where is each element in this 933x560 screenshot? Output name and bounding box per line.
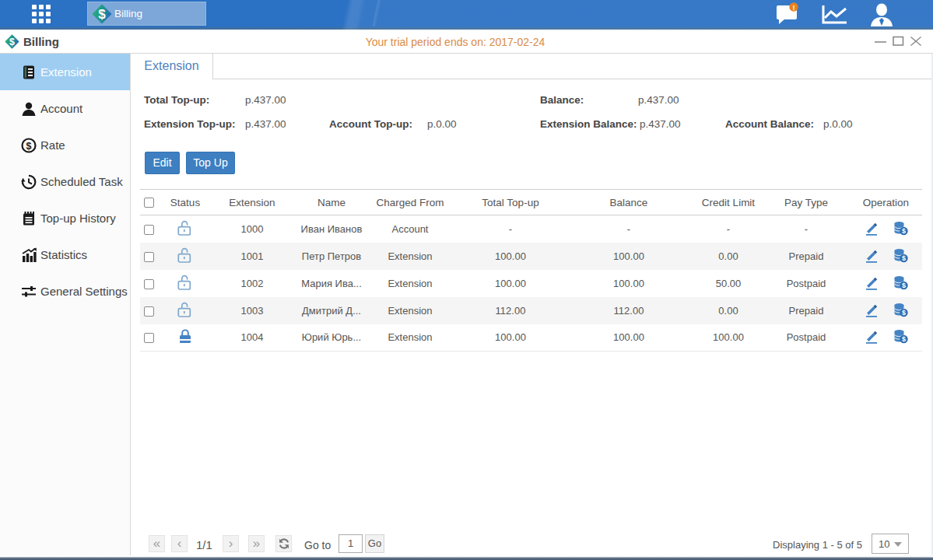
svg-text:$: $ — [98, 7, 106, 22]
svg-text:$: $ — [26, 141, 32, 152]
svg-text:$: $ — [902, 282, 906, 289]
svg-text:$: $ — [902, 309, 906, 317]
svg-text:$: $ — [902, 254, 906, 262]
svg-text:!: ! — [793, 4, 795, 12]
svg-text:$: $ — [902, 335, 906, 343]
svg-text:$: $ — [902, 227, 906, 235]
